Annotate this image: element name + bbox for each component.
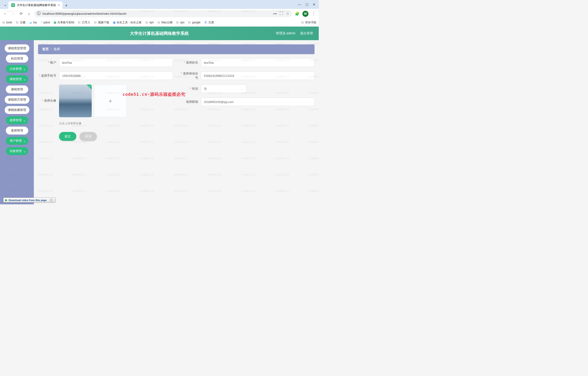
sidebar-item-course-favorite[interactable]: 课程收藏管理 <box>5 106 29 114</box>
label-idcard: *老师身份证号 <box>180 71 201 80</box>
bookmark-tools[interactable]: 🗀tools <box>2 21 12 24</box>
password-icon[interactable]: ⊶ <box>273 11 277 16</box>
input-email[interactable] <box>201 98 315 106</box>
browser-chrome: ⌄ V 大学生计算机基础网络教学系统 × + — ▢ ✕ ← → ⟳ ⌂ ⓘ l… <box>0 0 319 27</box>
window-controls: — ▢ ✕ <box>298 3 319 6</box>
download-banner-text: Download video from this page <box>9 199 47 201</box>
home-icon[interactable]: ⌂ <box>26 11 32 17</box>
tab-close-icon[interactable]: × <box>58 3 60 7</box>
play-icon: ▶ <box>5 199 7 201</box>
url-box[interactable]: ⓘ localhost:8080/jsjwangluojiaoxue/admin… <box>34 10 292 17</box>
sidebar-item-user[interactable]: 用户管理 <box>6 137 28 145</box>
forward-icon[interactable]: → <box>10 11 16 17</box>
label-avatar: *老师头像 <box>38 85 59 103</box>
bookmark-bar: 🗀tools 🗀宝藏 ☁txy ⤴uplod ▦共享账号密码 🗀已导入 🗀视频下… <box>0 18 319 26</box>
sidebar-item-announcement[interactable]: 公告管理 <box>6 65 28 73</box>
label-name: *老师姓名 <box>180 60 201 65</box>
menu-icon[interactable]: ⋮ <box>311 11 316 17</box>
minimize-icon[interactable]: — <box>298 3 301 6</box>
tab-title: 大学生计算机基础网络教学系统 <box>17 3 56 7</box>
input-account[interactable] <box>59 58 173 67</box>
tab-bar: ⌄ V 大学生计算机基础网络教学系统 × + — ▢ ✕ <box>0 0 319 9</box>
input-phone[interactable] <box>59 71 173 80</box>
breadcrumb: 首页 / 老师 <box>38 44 315 54</box>
star-icon[interactable]: ☆ <box>286 11 289 16</box>
bookmark-max[interactable]: 🗀Max云梯 <box>158 21 172 24</box>
select-gender[interactable]: 女 <box>201 85 246 93</box>
app-header: 大学生计算机基础网络教学系统 管理员 admin 退出登录 <box>0 27 319 40</box>
bookmark-vpn[interactable]: 🗀vpn <box>145 21 154 24</box>
bookmark-google[interactable]: 🗀google <box>188 21 200 24</box>
admin-label[interactable]: 管理员 admin <box>276 31 295 35</box>
breadcrumb-home[interactable]: 首页 <box>42 47 49 51</box>
avatar-upload-button[interactable]: + <box>94 85 127 117</box>
app-body: 课程类型管理 科目管理 公告管理 课程管理 课程管理 课程留言管理 课程收藏管理… <box>0 40 319 204</box>
sidebar: 课程类型管理 科目管理 公告管理 课程管理 课程管理 课程留言管理 课程收藏管理… <box>0 40 34 204</box>
browser-tab[interactable]: V 大学生计算机基础网络教学系统 × <box>8 1 63 9</box>
label-gender: *性别 <box>180 87 201 91</box>
submit-button[interactable]: 提交 <box>59 132 76 141</box>
bookmark-video-download[interactable]: 🗀视频下载 <box>94 21 109 24</box>
bookmark-uplod[interactable]: ⤴uplod <box>41 21 50 24</box>
sidebar-item-course-type[interactable]: 课程类型管理 <box>5 44 29 52</box>
sidebar-item-exam[interactable]: 试卷管理 <box>6 147 28 155</box>
app-title: 大学生计算机基础网络教学系统 <box>130 31 189 36</box>
sidebar-item-teacher[interactable]: 老师管理 <box>6 127 28 134</box>
bookmark-baidu[interactable]: 爪百度 <box>204 21 214 24</box>
bookmark-all[interactable]: 🗀所有书签 <box>301 21 316 24</box>
sidebar-item-course-comment[interactable]: 课程留言管理 <box>5 96 29 104</box>
label-email: 老师邮箱 <box>180 100 201 104</box>
bookmark-txy[interactable]: ☁txy <box>29 21 37 24</box>
breadcrumb-sep: / <box>51 47 52 51</box>
sidebar-item-course[interactable]: 课程管理 <box>6 86 28 93</box>
lens-icon[interactable]: ⛶ <box>280 11 283 16</box>
sidebar-item-course-group[interactable]: 课程管理 <box>6 75 28 83</box>
logout-link[interactable]: 退出登录 <box>300 31 313 35</box>
new-tab-button[interactable]: + <box>63 2 70 9</box>
avatar-thumbnail[interactable]: ✓ <box>59 85 92 117</box>
cancel-button[interactable]: 取消 <box>80 132 97 141</box>
profile-avatar[interactable]: W <box>302 11 308 17</box>
check-icon: ✓ <box>89 85 91 88</box>
breadcrumb-current: 老师 <box>53 47 60 51</box>
sidebar-item-teacher-group[interactable]: 老师管理 <box>6 116 28 124</box>
download-video-banner[interactable]: ▶ Download video from this page ✕ <box>3 198 55 202</box>
back-icon[interactable]: ← <box>2 11 8 17</box>
maximize-icon[interactable]: ▢ <box>305 3 308 6</box>
sidebar-item-subject[interactable]: 科目管理 <box>6 55 28 63</box>
url-text: localhost:8080/jsjwangluojiaoxue/admin/d… <box>42 12 126 15</box>
app-root: 大学生计算机基础网络教学系统 管理员 admin 退出登录 课程类型管理 科目管… <box>0 27 319 204</box>
site-info-icon[interactable]: ⓘ <box>37 11 41 16</box>
vue-favicon-icon: V <box>11 3 15 7</box>
bookmark-shared-passwords[interactable]: ▦共享账号密码 <box>54 21 74 24</box>
bookmark-vps[interactable]: 🗀vps <box>176 21 185 24</box>
label-account: *账户 <box>38 60 59 65</box>
bookmark-zhanzhang[interactable]: ▣站长工具 - 站长之家 <box>113 21 142 24</box>
label-phone: *老师手机号 <box>38 74 59 78</box>
address-bar: ← → ⟳ ⌂ ⓘ localhost:8080/jsjwangluojiaox… <box>0 9 319 18</box>
teacher-form: *账户 *老师姓名 *老师手机号 *老师身份证号 <box>38 58 315 141</box>
tabs-dropdown-icon[interactable]: ⌄ <box>2 0 8 9</box>
reload-icon[interactable]: ⟳ <box>18 11 24 17</box>
bookmark-imported[interactable]: 🗀已导入 <box>78 21 90 24</box>
banner-close-icon[interactable]: ✕ <box>50 199 53 201</box>
close-window-icon[interactable]: ✕ <box>313 3 315 6</box>
bookmark-baozang[interactable]: 🗀宝藏 <box>16 21 25 24</box>
input-name[interactable] <box>201 58 315 67</box>
input-idcard[interactable] <box>201 71 315 80</box>
upload-hint: 点击上传老师头像 <box>59 122 127 125</box>
extensions-icon[interactable]: 🧩 <box>294 11 300 17</box>
content-area: 首页 / 老师 *账户 *老师姓名 *老师手机号 <box>34 40 319 204</box>
